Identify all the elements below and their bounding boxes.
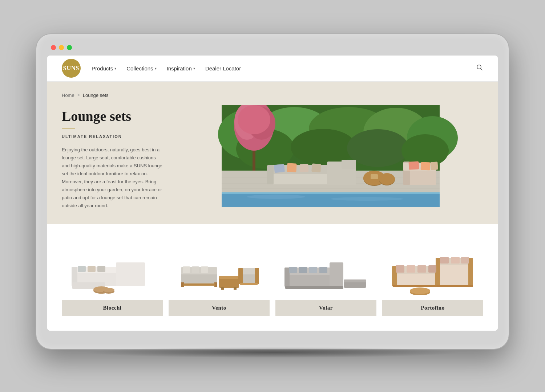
minimize-button[interactable] [59, 45, 64, 50]
hero-section: Home > Lounge sets Lounge sets ULTIMATE … [47, 82, 498, 225]
svg-rect-39 [371, 174, 378, 179]
page-title: Lounge sets [62, 109, 164, 124]
svg-rect-23 [222, 192, 440, 194]
chevron-down-icon: ▾ [193, 66, 195, 70]
svg-rect-67 [219, 276, 239, 279]
product-card-blocchi[interactable]: Blocchi [62, 239, 163, 316]
nav-collections-label: Collections [126, 65, 153, 72]
hero-image-svg [178, 105, 483, 207]
product-label-blocchi[interactable]: Blocchi [62, 300, 163, 316]
nav-products-label: Products [92, 65, 113, 72]
chevron-down-icon: ▾ [155, 66, 157, 70]
hero-description: Enjoying the outdoors, naturally, goes b… [62, 146, 164, 210]
svg-rect-85 [319, 267, 327, 273]
product-label-portofino[interactable]: Portofino [382, 300, 483, 316]
products-section: Blocchi [47, 224, 498, 331]
svg-rect-82 [289, 267, 297, 273]
product-card-portofino[interactable]: Portofino [382, 239, 483, 316]
svg-rect-28 [267, 165, 274, 184]
product-label-volar[interactable]: Volar [275, 300, 376, 316]
nav-links: Products ▾ Collections ▾ Inspiration ▾ D… [92, 65, 476, 72]
svg-rect-50 [116, 262, 145, 286]
svg-rect-100 [440, 257, 449, 264]
svg-rect-44 [421, 162, 431, 170]
brand-logo[interactable]: SUNS [62, 59, 81, 78]
navbar: SUNS Products ▾ Collections ▾ Inspiratio… [47, 56, 498, 82]
traffic-lights [51, 45, 72, 50]
svg-rect-55 [78, 266, 86, 272]
svg-rect-101 [451, 257, 460, 264]
nav-inspiration-label: Inspiration [167, 65, 192, 72]
svg-rect-74 [240, 283, 258, 285]
svg-rect-102 [461, 257, 469, 264]
device-shadow [84, 347, 461, 358]
title-bar [47, 45, 498, 56]
svg-rect-30 [342, 160, 356, 169]
portofino-furniture-img [389, 241, 476, 295]
volar-furniture-img [282, 241, 370, 295]
product-grid: Blocchi [62, 239, 483, 316]
svg-rect-79 [285, 286, 343, 289]
svg-rect-34 [311, 163, 321, 172]
nav-dealer-label: Dealer Locator [205, 65, 241, 72]
svg-rect-96 [396, 265, 404, 273]
product-card-volar[interactable]: Volar [275, 239, 376, 316]
svg-rect-60 [181, 282, 184, 287]
breadcrumb-separator: > [77, 93, 80, 98]
breadcrumb: Home > Lounge sets [62, 93, 483, 98]
svg-rect-69 [234, 287, 237, 290]
svg-point-24 [247, 195, 305, 199]
svg-rect-95 [436, 285, 473, 287]
svg-rect-32 [287, 163, 296, 172]
nav-item-products[interactable]: Products ▾ [92, 65, 116, 72]
browser-screen: SUNS Products ▾ Collections ▾ Inspiratio… [47, 56, 498, 331]
nav-item-inspiration[interactable]: Inspiration ▾ [167, 65, 195, 72]
breadcrumb-current: Lounge sets [83, 93, 109, 98]
nav-item-collections[interactable]: Collections ▾ [126, 65, 156, 72]
svg-rect-62 [183, 283, 215, 286]
search-icon[interactable] [476, 64, 483, 73]
svg-rect-65 [201, 266, 208, 273]
product-image-vento [169, 239, 270, 297]
hero-text: Lounge sets ULTIMATE RELAXATION Enjoying… [62, 105, 164, 210]
hero-image [178, 105, 483, 207]
product-image-portofino [382, 239, 483, 297]
svg-point-17 [238, 105, 270, 134]
product-card-vento[interactable]: Vento [169, 239, 270, 316]
close-button[interactable] [51, 45, 56, 50]
svg-rect-33 [300, 164, 309, 172]
hero-content: Lounge sets ULTIMATE RELAXATION Enjoying… [62, 105, 483, 210]
svg-rect-90 [393, 285, 440, 287]
svg-rect-43 [408, 161, 419, 170]
svg-point-25 [331, 197, 403, 201]
svg-point-54 [103, 288, 114, 292]
product-image-volar [275, 239, 376, 297]
breadcrumb-home[interactable]: Home [62, 93, 74, 98]
logo-text: SUNS [63, 65, 80, 72]
svg-rect-56 [88, 266, 96, 272]
product-image-blocchi [62, 239, 163, 297]
product-label-vento[interactable]: Vento [169, 300, 270, 316]
svg-rect-98 [417, 265, 426, 273]
svg-line-1 [481, 68, 483, 70]
svg-rect-57 [97, 266, 105, 272]
svg-rect-77 [284, 268, 290, 287]
svg-rect-63 [183, 266, 190, 273]
maximize-button[interactable] [67, 45, 72, 50]
svg-rect-64 [192, 266, 199, 273]
hero-subtitle: ULTIMATE RELAXATION [62, 134, 164, 139]
svg-rect-73 [255, 268, 259, 284]
svg-rect-72 [238, 268, 243, 284]
svg-point-11 [347, 129, 409, 167]
blocchi-furniture-img [69, 241, 156, 295]
svg-rect-22 [222, 192, 440, 207]
nav-item-dealer[interactable]: Dealer Locator [205, 65, 241, 72]
svg-rect-81 [344, 279, 366, 282]
svg-point-104 [410, 287, 430, 294]
svg-rect-45 [430, 162, 438, 170]
svg-rect-31 [274, 164, 285, 173]
title-divider [62, 128, 75, 128]
svg-point-38 [379, 173, 395, 185]
svg-rect-78 [330, 262, 343, 287]
svg-rect-84 [309, 267, 317, 273]
